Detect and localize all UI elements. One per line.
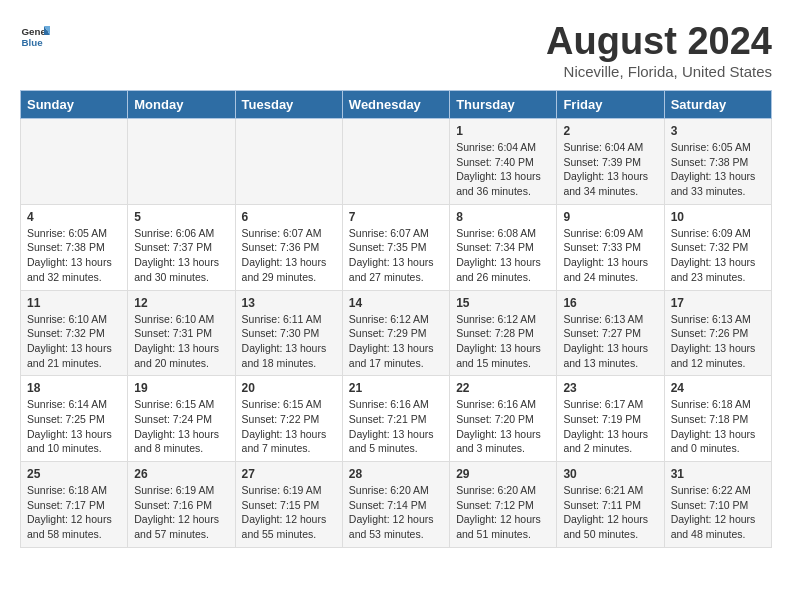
calendar-cell: 21Sunrise: 6:16 AM Sunset: 7:21 PM Dayli… <box>342 376 449 462</box>
day-info: Sunrise: 6:17 AM Sunset: 7:19 PM Dayligh… <box>563 397 657 456</box>
day-number: 25 <box>27 467 121 481</box>
day-number: 11 <box>27 296 121 310</box>
day-number: 13 <box>242 296 336 310</box>
day-info: Sunrise: 6:13 AM Sunset: 7:26 PM Dayligh… <box>671 312 765 371</box>
calendar-cell: 25Sunrise: 6:18 AM Sunset: 7:17 PM Dayli… <box>21 462 128 548</box>
calendar-cell <box>235 119 342 205</box>
calendar-table: SundayMondayTuesdayWednesdayThursdayFrid… <box>20 90 772 548</box>
day-number: 27 <box>242 467 336 481</box>
day-info: Sunrise: 6:20 AM Sunset: 7:12 PM Dayligh… <box>456 483 550 542</box>
calendar-cell: 22Sunrise: 6:16 AM Sunset: 7:20 PM Dayli… <box>450 376 557 462</box>
day-info: Sunrise: 6:11 AM Sunset: 7:30 PM Dayligh… <box>242 312 336 371</box>
calendar-cell: 29Sunrise: 6:20 AM Sunset: 7:12 PM Dayli… <box>450 462 557 548</box>
day-number: 1 <box>456 124 550 138</box>
day-number: 12 <box>134 296 228 310</box>
day-info: Sunrise: 6:19 AM Sunset: 7:16 PM Dayligh… <box>134 483 228 542</box>
day-number: 17 <box>671 296 765 310</box>
day-number: 2 <box>563 124 657 138</box>
calendar-cell: 12Sunrise: 6:10 AM Sunset: 7:31 PM Dayli… <box>128 290 235 376</box>
calendar-cell: 27Sunrise: 6:19 AM Sunset: 7:15 PM Dayli… <box>235 462 342 548</box>
day-number: 10 <box>671 210 765 224</box>
day-number: 7 <box>349 210 443 224</box>
day-info: Sunrise: 6:16 AM Sunset: 7:21 PM Dayligh… <box>349 397 443 456</box>
calendar-cell: 15Sunrise: 6:12 AM Sunset: 7:28 PM Dayli… <box>450 290 557 376</box>
calendar-week-2: 4Sunrise: 6:05 AM Sunset: 7:38 PM Daylig… <box>21 204 772 290</box>
calendar-cell: 31Sunrise: 6:22 AM Sunset: 7:10 PM Dayli… <box>664 462 771 548</box>
day-info: Sunrise: 6:18 AM Sunset: 7:18 PM Dayligh… <box>671 397 765 456</box>
day-info: Sunrise: 6:06 AM Sunset: 7:37 PM Dayligh… <box>134 226 228 285</box>
calendar-cell: 1Sunrise: 6:04 AM Sunset: 7:40 PM Daylig… <box>450 119 557 205</box>
calendar-cell: 6Sunrise: 6:07 AM Sunset: 7:36 PM Daylig… <box>235 204 342 290</box>
day-number: 22 <box>456 381 550 395</box>
title-block: August 2024 Niceville, Florida, United S… <box>546 20 772 80</box>
day-info: Sunrise: 6:19 AM Sunset: 7:15 PM Dayligh… <box>242 483 336 542</box>
calendar-cell: 28Sunrise: 6:20 AM Sunset: 7:14 PM Dayli… <box>342 462 449 548</box>
day-info: Sunrise: 6:04 AM Sunset: 7:39 PM Dayligh… <box>563 140 657 199</box>
weekday-header-friday: Friday <box>557 91 664 119</box>
calendar-week-4: 18Sunrise: 6:14 AM Sunset: 7:25 PM Dayli… <box>21 376 772 462</box>
day-info: Sunrise: 6:13 AM Sunset: 7:27 PM Dayligh… <box>563 312 657 371</box>
calendar-cell: 20Sunrise: 6:15 AM Sunset: 7:22 PM Dayli… <box>235 376 342 462</box>
day-number: 31 <box>671 467 765 481</box>
calendar-cell: 18Sunrise: 6:14 AM Sunset: 7:25 PM Dayli… <box>21 376 128 462</box>
calendar-cell: 3Sunrise: 6:05 AM Sunset: 7:38 PM Daylig… <box>664 119 771 205</box>
weekday-header-tuesday: Tuesday <box>235 91 342 119</box>
day-info: Sunrise: 6:09 AM Sunset: 7:33 PM Dayligh… <box>563 226 657 285</box>
day-number: 14 <box>349 296 443 310</box>
day-info: Sunrise: 6:05 AM Sunset: 7:38 PM Dayligh… <box>27 226 121 285</box>
calendar-week-5: 25Sunrise: 6:18 AM Sunset: 7:17 PM Dayli… <box>21 462 772 548</box>
calendar-cell: 17Sunrise: 6:13 AM Sunset: 7:26 PM Dayli… <box>664 290 771 376</box>
day-info: Sunrise: 6:20 AM Sunset: 7:14 PM Dayligh… <box>349 483 443 542</box>
day-number: 19 <box>134 381 228 395</box>
day-number: 21 <box>349 381 443 395</box>
day-number: 4 <box>27 210 121 224</box>
calendar-header-row: SundayMondayTuesdayWednesdayThursdayFrid… <box>21 91 772 119</box>
weekday-header-sunday: Sunday <box>21 91 128 119</box>
day-number: 3 <box>671 124 765 138</box>
day-number: 5 <box>134 210 228 224</box>
month-title: August 2024 <box>546 20 772 63</box>
calendar-week-1: 1Sunrise: 6:04 AM Sunset: 7:40 PM Daylig… <box>21 119 772 205</box>
calendar-cell: 7Sunrise: 6:07 AM Sunset: 7:35 PM Daylig… <box>342 204 449 290</box>
day-number: 29 <box>456 467 550 481</box>
calendar-cell: 24Sunrise: 6:18 AM Sunset: 7:18 PM Dayli… <box>664 376 771 462</box>
day-number: 18 <box>27 381 121 395</box>
day-number: 16 <box>563 296 657 310</box>
day-number: 20 <box>242 381 336 395</box>
calendar-cell: 14Sunrise: 6:12 AM Sunset: 7:29 PM Dayli… <box>342 290 449 376</box>
logo-icon: General Blue <box>20 20 50 50</box>
svg-text:Blue: Blue <box>22 37 44 48</box>
calendar-cell: 26Sunrise: 6:19 AM Sunset: 7:16 PM Dayli… <box>128 462 235 548</box>
day-info: Sunrise: 6:18 AM Sunset: 7:17 PM Dayligh… <box>27 483 121 542</box>
day-info: Sunrise: 6:08 AM Sunset: 7:34 PM Dayligh… <box>456 226 550 285</box>
calendar-cell: 5Sunrise: 6:06 AM Sunset: 7:37 PM Daylig… <box>128 204 235 290</box>
day-info: Sunrise: 6:12 AM Sunset: 7:28 PM Dayligh… <box>456 312 550 371</box>
day-info: Sunrise: 6:21 AM Sunset: 7:11 PM Dayligh… <box>563 483 657 542</box>
day-number: 26 <box>134 467 228 481</box>
weekday-header-monday: Monday <box>128 91 235 119</box>
day-number: 23 <box>563 381 657 395</box>
calendar-cell: 10Sunrise: 6:09 AM Sunset: 7:32 PM Dayli… <box>664 204 771 290</box>
calendar-cell: 16Sunrise: 6:13 AM Sunset: 7:27 PM Dayli… <box>557 290 664 376</box>
calendar-cell: 13Sunrise: 6:11 AM Sunset: 7:30 PM Dayli… <box>235 290 342 376</box>
day-info: Sunrise: 6:05 AM Sunset: 7:38 PM Dayligh… <box>671 140 765 199</box>
day-info: Sunrise: 6:14 AM Sunset: 7:25 PM Dayligh… <box>27 397 121 456</box>
calendar-cell: 11Sunrise: 6:10 AM Sunset: 7:32 PM Dayli… <box>21 290 128 376</box>
day-number: 30 <box>563 467 657 481</box>
day-number: 9 <box>563 210 657 224</box>
day-number: 15 <box>456 296 550 310</box>
day-number: 24 <box>671 381 765 395</box>
calendar-cell: 9Sunrise: 6:09 AM Sunset: 7:33 PM Daylig… <box>557 204 664 290</box>
calendar-cell <box>342 119 449 205</box>
day-number: 28 <box>349 467 443 481</box>
day-info: Sunrise: 6:15 AM Sunset: 7:22 PM Dayligh… <box>242 397 336 456</box>
page-header: General Blue August 2024 Niceville, Flor… <box>20 20 772 80</box>
day-info: Sunrise: 6:07 AM Sunset: 7:35 PM Dayligh… <box>349 226 443 285</box>
calendar-cell <box>128 119 235 205</box>
day-info: Sunrise: 6:07 AM Sunset: 7:36 PM Dayligh… <box>242 226 336 285</box>
day-info: Sunrise: 6:10 AM Sunset: 7:31 PM Dayligh… <box>134 312 228 371</box>
calendar-cell: 4Sunrise: 6:05 AM Sunset: 7:38 PM Daylig… <box>21 204 128 290</box>
day-info: Sunrise: 6:22 AM Sunset: 7:10 PM Dayligh… <box>671 483 765 542</box>
weekday-header-wednesday: Wednesday <box>342 91 449 119</box>
day-info: Sunrise: 6:10 AM Sunset: 7:32 PM Dayligh… <box>27 312 121 371</box>
